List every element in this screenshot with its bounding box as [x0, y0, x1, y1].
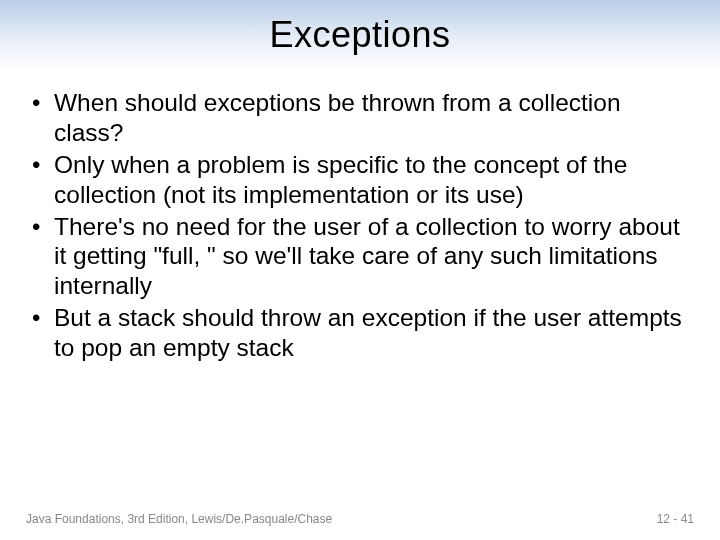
slide: Exceptions When should exceptions be thr… — [0, 0, 720, 540]
bullet-item: Only when a problem is specific to the c… — [24, 150, 696, 210]
bullet-item: When should exceptions be thrown from a … — [24, 88, 696, 148]
title-band: Exceptions — [0, 0, 720, 70]
bullet-item: There's no need for the user of a collec… — [24, 212, 696, 302]
footer: Java Foundations, 3rd Edition, Lewis/De.… — [0, 512, 720, 526]
slide-title: Exceptions — [269, 14, 450, 56]
bullet-list: When should exceptions be thrown from a … — [24, 88, 696, 363]
content-area: When should exceptions be thrown from a … — [0, 70, 720, 363]
footer-page-number: 12 - 41 — [657, 512, 694, 526]
footer-source: Java Foundations, 3rd Edition, Lewis/De.… — [26, 512, 332, 526]
bullet-item: But a stack should throw an exception if… — [24, 303, 696, 363]
